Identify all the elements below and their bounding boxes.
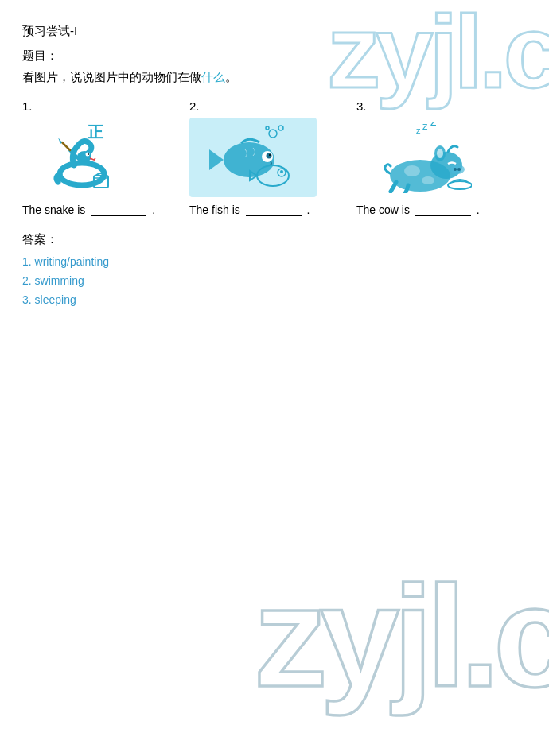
instruction-post: 。 [225,70,237,83]
exercise-1-sentence: The snake is . [22,204,155,216]
svg-point-29 [404,165,420,176]
svg-point-15 [269,154,271,156]
ex2-pre: The fish is [189,204,240,216]
svg-text:z: z [422,122,428,132]
answer-3: 3. sleeping [22,293,527,306]
ex3-blank [415,215,471,216]
exercise-3-num: 3. [356,99,367,113]
svg-point-18 [280,170,283,173]
ex1-post: . [152,204,155,216]
svg-point-27 [454,168,457,171]
fish-image [189,118,317,197]
svg-point-25 [437,149,443,158]
exercise-3-sentence: The cow is . [356,204,480,216]
svg-text:z: z [416,126,421,135]
watermark-bottom: zyjl.c [255,565,549,708]
svg-point-9 [269,130,277,138]
svg-point-14 [267,153,272,159]
svg-point-30 [422,176,434,184]
cow-image: z z z [356,118,484,197]
svg-text:z: z [430,122,437,128]
ex3-post: . [477,204,480,216]
exercise-2-sentence: The fish is . [189,204,310,216]
title-text: 预习尝试-I [22,24,77,37]
svg-point-28 [458,168,461,171]
ex1-pre: The snake is [22,204,85,216]
ex2-post: . [307,204,310,216]
snake-image: 正 [22,118,150,197]
instruction-pre: 看图片，说说图片中的动物们在做 [22,70,201,83]
svg-point-4 [88,153,89,155]
page-title: 预习尝试-I [22,24,527,39]
svg-point-11 [266,126,269,130]
ex2-blank [246,215,302,216]
exercise-2: 2. [189,99,356,216]
exercise-1-num: 1. [22,99,33,113]
label-text: 题目： [22,48,58,62]
exercises-row: 1. 正 [22,99,527,216]
svg-point-31 [448,181,472,189]
instruction-highlight: 什么 [201,70,225,83]
exercise-3: 3. z z z [356,99,524,216]
svg-point-10 [278,126,283,130]
answer-1: 1. writing/painting [22,255,527,268]
ex3-pre: The cow is [356,204,410,216]
answers-section: 答案： 1. writing/painting 2. swimming 3. s… [22,232,527,306]
instruction: 看图片，说说图片中的动物们在做什么。 [22,70,527,85]
answer-2: 2. swimming [22,274,527,287]
svg-text:正: 正 [88,123,104,141]
exercise-1: 1. 正 [22,99,189,216]
answers-title: 答案： [22,232,527,247]
label-row: 题目： [22,48,527,64]
ex1-blank [91,215,146,216]
svg-line-6 [62,142,70,150]
exercise-2-num: 2. [189,99,200,113]
